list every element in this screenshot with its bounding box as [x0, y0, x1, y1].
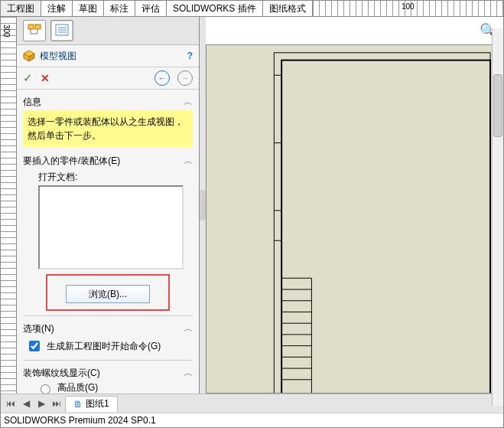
sheet-nav-next[interactable]: ▶ [34, 397, 48, 410]
tree-view-button[interactable] [23, 20, 46, 41]
status-text: SOLIDWORKS Premium 2024 SP0.1 [4, 415, 156, 426]
ruler-h-label: 100 [402, 2, 415, 11]
high-quality-label: 高品质(G) [57, 381, 98, 394]
tab-sw-addins[interactable]: SOLIDWORKS 插件 [167, 1, 263, 16]
tab-evaluate[interactable]: 评估 [135, 1, 167, 16]
svg-rect-13 [281, 60, 490, 394]
open-documents-label: 打开文档: [23, 169, 193, 185]
collapse-icon[interactable]: ︿ [184, 367, 193, 380]
tab-label: 注解 [47, 2, 66, 15]
sheet-tab-1[interactable]: 🗎 图纸1 [65, 396, 118, 412]
section-thread: 装饰螺纹线显示(C) ︿ 高品质(G) [23, 364, 193, 394]
section-info-heading: 信息 [23, 96, 41, 109]
canvas-toolbar: 🔍 [206, 17, 503, 44]
tab-drawing[interactable]: 工程图 [1, 1, 41, 16]
start-command-checkbox[interactable] [29, 341, 40, 351]
svg-rect-1 [35, 25, 41, 29]
section-insert-heading: 要插入的零件/装配体(E) [23, 155, 120, 168]
section-options-heading: 选项(N) [23, 322, 54, 335]
open-documents-list[interactable] [38, 185, 184, 270]
section-thread-heading: 装饰螺纹线显示(C) [23, 367, 100, 380]
high-quality-radio[interactable] [41, 384, 50, 394]
sheet-nav-prev[interactable]: ◀ [19, 397, 33, 410]
ok-button[interactable]: ✓ [23, 71, 33, 85]
tree-icon [28, 24, 41, 38]
cancel-button[interactable]: ✕ [41, 72, 50, 84]
tab-sheet-format[interactable]: 图纸格式 [263, 1, 313, 16]
drawing-canvas[interactable] [206, 44, 493, 394]
sheet-nav-last[interactable]: ⏭ [50, 397, 63, 410]
pm-body: 信息 ︿ 选择一零件或装配体以从之生成视图，然后单击下一步。 要插入的零件/装配… [17, 90, 199, 394]
tab-label: 标注 [110, 2, 128, 15]
sheet-tab-strip: ⏮ ◀ ▶ ⏭ 🗎 图纸1 [1, 394, 503, 413]
sheet-tab-label: 图纸1 [86, 397, 109, 410]
panel-splitter[interactable] [200, 17, 206, 394]
tab-label: SOLIDWORKS 插件 [173, 2, 256, 15]
scrollbar-thumb[interactable] [493, 74, 502, 137]
section-insert: 要插入的零件/装配体(E) ︿ 打开文档: 浏览(B)... [23, 152, 193, 311]
section-info: 信息 ︿ 选择一零件或装配体以从之生成视图，然后单击下一步。 [23, 93, 193, 147]
collapse-icon[interactable]: ︿ [184, 322, 193, 335]
tab-label: 草图 [79, 2, 97, 15]
tab-label: 评估 [141, 2, 160, 15]
panel-view-switcher [17, 17, 199, 45]
sheet-frame-icon [206, 45, 492, 394]
collapse-icon[interactable]: ︿ [184, 96, 193, 109]
property-icon [55, 24, 69, 38]
status-bar: SOLIDWORKS Premium 2024 SP0.1 [1, 413, 503, 427]
forward-button[interactable]: → [177, 70, 193, 86]
property-manager-panel: 模型视图 ? ✓ ✕ ← → 信息 ︿ 选择一零件或装配体以从之生成视图，然后单… [17, 17, 200, 394]
info-message: 选择一零件或装配体以从之生成视图，然后单击下一步。 [23, 110, 193, 147]
main-tabs: 工程图 注解 草图 标注 评估 SOLIDWORKS 插件 图纸格式 100 [1, 1, 503, 17]
sheet-icon: 🗎 [73, 399, 83, 410]
horizontal-ruler: 100 [313, 1, 503, 16]
section-options: 选项(N) ︿ 生成新工程图时开始命令(G) [23, 319, 193, 355]
pm-header: 模型视图 ? [17, 45, 199, 67]
tab-annotation[interactable]: 注解 [41, 1, 73, 16]
tab-sketch[interactable]: 草图 [73, 1, 104, 16]
vertical-ruler: 300 [1, 17, 17, 394]
high-quality-radio-row[interactable]: 高品质(G) [23, 381, 193, 394]
start-command-label: 生成新工程图时开始命令(G) [47, 340, 161, 353]
vertical-scrollbar[interactable] [492, 28, 503, 406]
ruler-v-label: 300 [2, 25, 11, 38]
sheet-nav-first[interactable]: ⏮ [4, 397, 18, 410]
pm-actions: ✓ ✕ ← → [17, 67, 199, 90]
tab-label: 工程图 [7, 2, 34, 15]
tab-label: 图纸格式 [269, 2, 306, 15]
start-command-checkbox-row[interactable]: 生成新工程图时开始命令(G) [23, 337, 193, 355]
splitter-grip-icon [200, 190, 206, 221]
browse-button[interactable]: 浏览(B)... [66, 285, 150, 303]
pm-title: 模型视图 [40, 50, 187, 63]
tab-dimension[interactable]: 标注 [104, 1, 135, 16]
model-view-icon [23, 50, 35, 62]
property-view-button[interactable] [50, 20, 73, 41]
collapse-icon[interactable]: ︿ [184, 155, 193, 168]
svg-rect-0 [28, 25, 34, 29]
canvas-area: 🔍 [206, 17, 503, 394]
browse-highlight: 浏览(B)... [46, 274, 170, 311]
back-button[interactable]: ← [154, 70, 170, 86]
svg-rect-12 [274, 53, 490, 394]
help-icon[interactable]: ? [187, 51, 193, 61]
